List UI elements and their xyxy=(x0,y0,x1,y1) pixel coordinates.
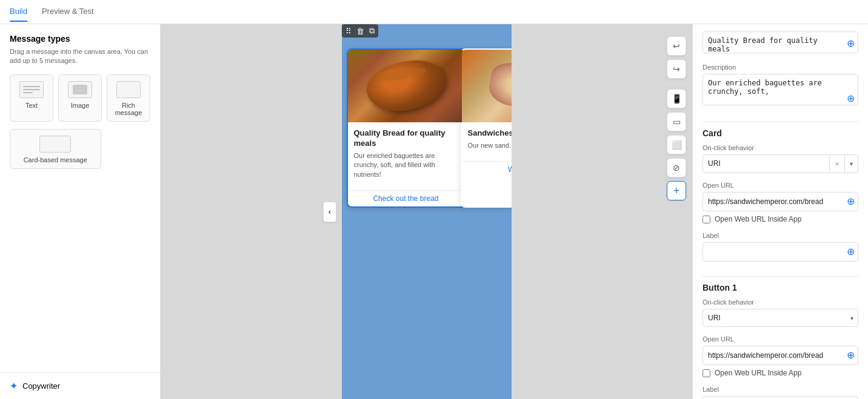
button1-label-field-label: Label xyxy=(703,386,858,393)
collapse-sidebar-button[interactable]: ‹ xyxy=(323,202,336,222)
chevron-left-icon: ‹ xyxy=(329,207,331,216)
hide-icon: ⊘ xyxy=(673,163,680,173)
canvas-area: ‹ ⠿ 🗑 ⧉ xyxy=(161,24,692,399)
description-input[interactable] xyxy=(703,74,858,105)
card-1-link[interactable]: Check out the bread xyxy=(348,190,464,206)
tablet-small-view-button[interactable]: ▭ xyxy=(667,112,686,131)
move-icon[interactable]: ⠿ xyxy=(346,27,352,36)
tablet-view-button[interactable]: ⬜ xyxy=(667,135,686,154)
undo-button[interactable]: ↩ xyxy=(667,36,686,56)
tab-build[interactable]: Build xyxy=(10,2,27,22)
undo-icon: ↩ xyxy=(673,41,680,51)
button1-on-click-label: On-click behavior xyxy=(703,298,858,306)
duplicate-icon[interactable]: ⧉ xyxy=(369,26,375,36)
message-type-rich-label: Rich message xyxy=(111,102,146,116)
message-type-image[interactable]: Image xyxy=(58,74,102,122)
button1-url-input[interactable] xyxy=(703,346,858,365)
message-type-rich[interactable]: Rich message xyxy=(107,74,150,122)
card-1: Quality Bread for quality meals Our enri… xyxy=(347,48,466,208)
left-sidebar: Message types Drag a message into the ca… xyxy=(0,24,161,399)
title-input[interactable] xyxy=(703,31,858,53)
sidebar-description: Drag a message into the canvas area. You… xyxy=(10,47,150,66)
label-field: Label ⊕ xyxy=(703,232,858,262)
open-web-url-row: Open Web URL Inside App xyxy=(703,215,858,223)
label-field-label: Label xyxy=(703,232,858,239)
card-toolbar: ⠿ 🗑 ⧉ xyxy=(342,24,378,38)
delete-icon[interactable]: 🗑 xyxy=(356,27,364,36)
button1-url-field: Open URL ⊕ Open Web URL Inside App xyxy=(703,335,858,377)
open-url-label: Open URL xyxy=(703,182,858,189)
card-1-title: Quality Bread for quality meals xyxy=(354,128,458,149)
hide-button[interactable]: ⊘ xyxy=(667,158,686,177)
button1-open-web-row: Open Web URL Inside App xyxy=(703,369,858,377)
card-section-title: Card xyxy=(703,128,858,138)
description-plus-icon[interactable]: ⊕ xyxy=(847,94,855,104)
button1-on-click-select[interactable]: URI xyxy=(703,309,858,327)
on-click-clear-button[interactable]: × xyxy=(829,155,844,173)
divider-1 xyxy=(703,122,858,122)
button1-open-web-label: Open Web URL Inside App xyxy=(715,369,801,377)
title-plus-icon[interactable]: ⊕ xyxy=(847,39,855,48)
card-2-desc: Our new sand... day fresh! xyxy=(468,141,512,150)
add-element-button[interactable]: + xyxy=(667,181,686,200)
on-click-dropdown-icon[interactable]: ▾ xyxy=(844,155,858,173)
open-url-plus-icon[interactable]: ⊕ xyxy=(847,197,855,206)
message-type-card[interactable]: Card-based message xyxy=(10,129,101,169)
right-sidebar: ⊕ // Set textarea value after render doc… xyxy=(692,24,868,399)
button1-on-click-field: On-click behavior URI ▾ xyxy=(703,298,858,327)
redo-icon: ↪ xyxy=(673,64,680,74)
canvas-toolbar: ↩ ↪ 📱 ▭ ⬜ ⊘ + xyxy=(667,36,686,200)
on-click-field: On-click behavior URI × ▾ xyxy=(703,144,858,173)
copywriter-icon: ✦ xyxy=(10,380,18,392)
card-1-desc: Our enriched baguettes are crunchy, soft… xyxy=(354,151,458,179)
button1-label-field: Label ⊕ xyxy=(703,386,858,399)
redo-button[interactable]: ↪ xyxy=(667,59,686,79)
card-2-link[interactable]: Weekly xyxy=(462,161,512,177)
on-click-label: On-click behavior xyxy=(703,144,858,151)
title-field: ⊕ xyxy=(703,31,858,55)
open-url-input[interactable] xyxy=(703,192,858,211)
phone-mockup: ⠿ 🗑 ⧉ Quality Bread for quality meals xyxy=(342,24,512,399)
mobile-view-button[interactable]: 📱 xyxy=(667,89,686,108)
copywriter-label: Copywriter xyxy=(22,381,60,391)
label-input[interactable] xyxy=(703,242,858,262)
uri-value: URI xyxy=(703,155,829,173)
open-web-url-checkbox[interactable] xyxy=(703,216,710,223)
card-2: Sandwiches of the week Our new sand... d… xyxy=(461,48,512,208)
message-type-text-label: Text xyxy=(25,102,38,109)
message-type-text[interactable]: Text xyxy=(10,74,53,122)
message-type-card-label: Card-based message xyxy=(24,156,87,163)
button1-open-web-checkbox[interactable] xyxy=(703,369,710,377)
open-web-url-label: Open Web URL Inside App xyxy=(715,215,801,223)
description-label: Description xyxy=(703,64,858,71)
button1-url-label: Open URL xyxy=(703,335,858,343)
button1-url-plus-icon[interactable]: ⊕ xyxy=(847,351,855,360)
tablet-icon: ⬜ xyxy=(672,140,682,150)
description-field: Description ⊕ xyxy=(703,64,858,107)
divider-2 xyxy=(703,276,858,277)
button1-section-title: Button 1 xyxy=(703,283,858,292)
mobile-icon: 📱 xyxy=(672,94,682,104)
button1-label-input[interactable] xyxy=(703,396,858,399)
tab-preview[interactable]: Preview & Test xyxy=(42,2,94,22)
card-2-title: Sandwiches of the week xyxy=(468,128,512,139)
top-nav: Build Preview & Test xyxy=(0,0,868,24)
label-plus-icon[interactable]: ⊕ xyxy=(847,247,855,257)
add-icon: + xyxy=(673,185,680,197)
open-url-field: Open URL ⊕ Open Web URL Inside App xyxy=(703,182,858,223)
sidebar-title: Message types xyxy=(10,34,150,44)
tablet-small-icon: ▭ xyxy=(673,117,681,127)
message-type-image-label: Image xyxy=(71,102,90,109)
